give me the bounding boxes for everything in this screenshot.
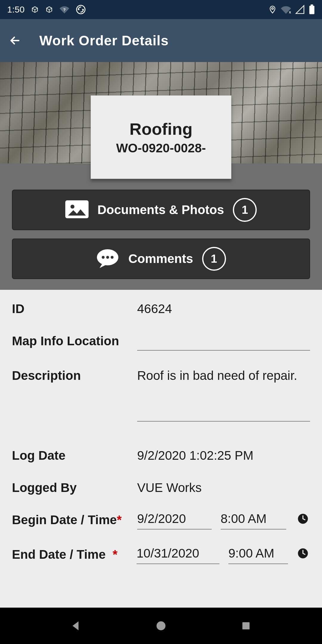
svg-point-11 <box>111 256 114 259</box>
comments-count-badge: 1 <box>202 247 226 271</box>
end-row: End Date / Time * <box>12 546 310 564</box>
end-date-input[interactable] <box>137 546 219 564</box>
svg-text:x: x <box>289 10 291 14</box>
photo-icon <box>65 200 89 219</box>
battery-icon <box>309 4 315 15</box>
log-date-value: 9/2/2020 1:02:25 PM <box>137 447 310 463</box>
end-clock-button[interactable] <box>297 547 310 561</box>
id-value: 46624 <box>137 301 310 316</box>
end-label: End Date / Time * <box>12 546 137 562</box>
app-bar: Work Order Details <box>0 19 322 62</box>
description-label: Description <box>12 367 137 383</box>
logged-by-label: Logged By <box>12 479 137 495</box>
svg-text:?: ? <box>63 7 66 12</box>
begin-label: Begin Date / Time* <box>12 512 137 527</box>
comments-label: Comments <box>128 252 193 266</box>
documents-photos-button[interactable]: Documents & Photos 1 <box>12 190 310 230</box>
page-title: Work Order Details <box>39 32 169 49</box>
map-loc-input[interactable] <box>137 333 310 351</box>
hero-card: Roofing WO-0920-0028- <box>91 95 231 179</box>
documents-count-badge: 1 <box>233 198 257 222</box>
documents-photos-label: Documents & Photos <box>97 203 224 217</box>
logged-by-value: VUE Works <box>137 479 310 495</box>
svg-rect-5 <box>311 4 313 6</box>
id-row: ID 46624 <box>12 301 310 316</box>
svg-point-14 <box>157 621 165 630</box>
package-icon <box>45 6 53 13</box>
status-bar: 1:50 ? x <box>0 0 322 19</box>
hero-image: Roofing WO-0920-0028- <box>0 62 322 163</box>
begin-time-input[interactable] <box>221 512 286 530</box>
package-icon <box>31 6 39 13</box>
description-row: Description <box>12 367 310 422</box>
end-time-input[interactable] <box>228 546 288 564</box>
nav-home-button[interactable] <box>152 617 170 635</box>
begin-clock-button[interactable] <box>297 513 310 526</box>
begin-date-input[interactable] <box>137 512 212 530</box>
map-loc-row: Map Info Location <box>12 333 310 351</box>
description-input[interactable] <box>137 367 310 422</box>
svg-rect-15 <box>242 622 250 629</box>
action-strip: Documents & Photos 1 Comments 1 <box>0 163 322 290</box>
nav-back-button[interactable] <box>67 617 85 635</box>
logged-by-row: Logged By VUE Works <box>12 479 310 495</box>
details-form: ID 46624 Map Info Location Description L… <box>0 290 322 608</box>
cell-signal-icon <box>295 5 305 14</box>
comment-icon <box>96 248 119 269</box>
nav-recent-button[interactable] <box>237 617 255 635</box>
begin-row: Begin Date / Time* <box>12 512 310 530</box>
id-label: ID <box>12 301 137 316</box>
system-nav-bar <box>0 608 322 644</box>
svg-point-9 <box>102 256 105 259</box>
work-order-category: Roofing <box>129 119 192 139</box>
log-date-label: Log Date <box>12 447 137 463</box>
comments-button[interactable]: Comments 1 <box>12 239 310 279</box>
map-loc-label: Map Info Location <box>12 333 137 348</box>
svg-point-10 <box>106 256 109 259</box>
wifi-off-icon: x <box>281 5 291 14</box>
svg-point-7 <box>70 205 74 208</box>
log-date-row: Log Date 9/2/2020 1:02:25 PM <box>12 447 310 463</box>
status-time: 1:50 <box>7 4 24 15</box>
wifi-question-icon: ? <box>60 5 69 14</box>
work-order-number: WO-0920-0028- <box>116 141 206 155</box>
svg-rect-4 <box>309 6 315 14</box>
svg-point-2 <box>272 8 273 10</box>
back-button[interactable] <box>8 34 21 47</box>
location-icon <box>268 4 277 15</box>
data-sync-icon <box>76 4 86 15</box>
